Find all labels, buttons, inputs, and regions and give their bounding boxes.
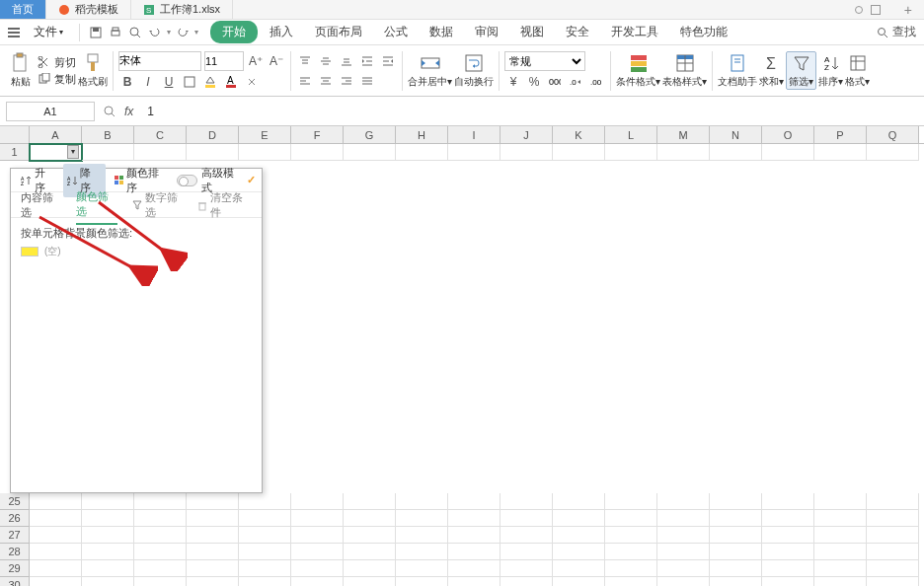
cell[interactable] xyxy=(500,493,553,510)
cell[interactable] xyxy=(396,560,448,577)
fx-icon[interactable]: fx xyxy=(124,105,133,118)
cell[interactable] xyxy=(762,544,814,560)
indent-right-icon[interactable] xyxy=(379,52,397,70)
cell[interactable] xyxy=(762,493,814,510)
cell[interactable] xyxy=(657,560,710,577)
advanced-toggle[interactable] xyxy=(177,175,197,186)
row-header[interactable]: 29 xyxy=(0,560,30,577)
cell[interactable] xyxy=(30,493,82,510)
filter-tab-color[interactable]: 颜色筛选 xyxy=(76,185,117,225)
cell[interactable] xyxy=(134,144,187,161)
col-header[interactable]: G xyxy=(344,126,396,143)
format-painter-button[interactable]: 格式刷 xyxy=(78,52,108,89)
cell[interactable] xyxy=(134,560,187,577)
cell[interactable] xyxy=(187,560,239,577)
col-header[interactable]: A xyxy=(30,126,82,143)
cell[interactable] xyxy=(867,577,919,586)
cell[interactable] xyxy=(605,493,657,510)
circle-icon[interactable] xyxy=(855,6,863,14)
tab-start[interactable]: 开始 xyxy=(210,21,258,43)
color-swatch-row[interactable]: (空) xyxy=(21,245,252,258)
cell[interactable] xyxy=(814,510,867,527)
expand-icon[interactable] xyxy=(103,105,116,118)
cell[interactable] xyxy=(344,527,396,544)
merge-button[interactable]: 合并居中▾ xyxy=(408,52,452,89)
bold-icon[interactable]: B xyxy=(118,73,136,91)
font-size-selector[interactable] xyxy=(204,51,244,71)
increase-font-icon[interactable]: A⁺ xyxy=(247,52,265,70)
col-header[interactable]: J xyxy=(500,126,553,143)
col-header[interactable]: N xyxy=(710,126,762,143)
cell[interactable] xyxy=(344,493,396,510)
filter-button[interactable]: 筛选▾ xyxy=(786,51,816,90)
cell[interactable] xyxy=(867,493,919,510)
col-header[interactable]: C xyxy=(134,126,187,143)
underline-icon[interactable]: U xyxy=(160,73,178,91)
cell[interactable] xyxy=(500,527,553,544)
cell[interactable] xyxy=(553,577,605,586)
print-icon[interactable] xyxy=(108,25,123,40)
cell[interactable] xyxy=(605,577,657,586)
paste-button[interactable]: 粘贴 xyxy=(6,52,36,89)
cell[interactable] xyxy=(867,560,919,577)
cell[interactable] xyxy=(344,544,396,560)
col-header[interactable]: O xyxy=(762,126,814,143)
sum-button[interactable]: Σ 求和▾ xyxy=(759,52,784,89)
decrease-decimal-icon[interactable]: .0 xyxy=(567,73,584,91)
cell[interactable] xyxy=(710,544,762,560)
cell[interactable] xyxy=(500,560,553,577)
row-header[interactable]: 25 xyxy=(0,493,30,510)
cell[interactable] xyxy=(657,493,710,510)
cell[interactable] xyxy=(814,144,867,161)
cell[interactable] xyxy=(553,493,605,510)
percent-icon[interactable]: % xyxy=(525,73,543,91)
indent-left-icon[interactable] xyxy=(358,52,376,70)
col-header[interactable]: I xyxy=(448,126,500,143)
cell[interactable] xyxy=(187,493,239,510)
cell[interactable] xyxy=(134,493,187,510)
cell[interactable] xyxy=(710,577,762,586)
row-header[interactable]: 28 xyxy=(0,544,30,560)
cell[interactable] xyxy=(762,560,814,577)
cell[interactable] xyxy=(291,510,344,527)
clear-filter-button[interactable]: 清空条件 xyxy=(196,190,252,220)
cell[interactable] xyxy=(239,560,291,577)
select-all-corner[interactable] xyxy=(0,126,30,143)
tab-data[interactable]: 数据 xyxy=(420,21,463,43)
cell[interactable] xyxy=(500,510,553,527)
doc-helper-button[interactable]: 文档助手 xyxy=(718,52,757,89)
cell[interactable] xyxy=(814,493,867,510)
number-filter-button[interactable]: 数字筛选 xyxy=(131,190,187,220)
cell[interactable] xyxy=(710,560,762,577)
cell[interactable] xyxy=(239,577,291,586)
tab-review[interactable]: 审阅 xyxy=(465,21,508,43)
cell[interactable] xyxy=(867,510,919,527)
col-header[interactable]: F xyxy=(291,126,344,143)
cell[interactable] xyxy=(82,544,134,560)
cell[interactable] xyxy=(344,144,396,161)
cell[interactable] xyxy=(82,510,134,527)
cell[interactable] xyxy=(762,527,814,544)
cell[interactable] xyxy=(448,560,500,577)
cell[interactable] xyxy=(239,510,291,527)
cell[interactable] xyxy=(710,144,762,161)
tab-security[interactable]: 安全 xyxy=(556,21,599,43)
cell[interactable] xyxy=(553,510,605,527)
new-tab-button[interactable]: + xyxy=(892,0,924,19)
col-header[interactable]: H xyxy=(396,126,448,143)
cell[interactable] xyxy=(82,527,134,544)
cell[interactable] xyxy=(396,493,448,510)
cell[interactable] xyxy=(605,560,657,577)
square-icon[interactable] xyxy=(871,5,881,15)
row-header[interactable]: 27 xyxy=(0,527,30,544)
cell[interactable] xyxy=(187,144,239,161)
cell[interactable] xyxy=(396,527,448,544)
increase-decimal-icon[interactable]: .00 xyxy=(587,73,605,91)
cell[interactable] xyxy=(82,560,134,577)
title-tab-home[interactable]: 首页 xyxy=(0,0,46,19)
cell[interactable] xyxy=(657,544,710,560)
cell-a1[interactable]: ▾ xyxy=(30,144,82,161)
cell[interactable] xyxy=(30,544,82,560)
cell[interactable] xyxy=(448,493,500,510)
cell[interactable] xyxy=(134,577,187,586)
